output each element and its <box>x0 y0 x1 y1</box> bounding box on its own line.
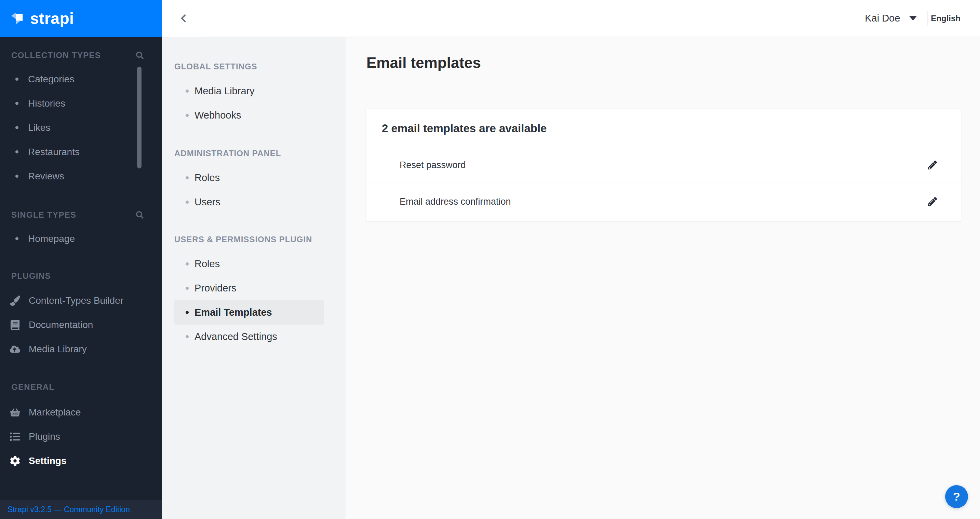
gear-icon <box>10 456 21 467</box>
question-mark-icon: ? <box>953 490 960 503</box>
bullet-icon <box>15 102 19 105</box>
single-types-title: SINGLE TYPES <box>11 211 76 219</box>
sidebar-item-label: Content-Types Builder <box>29 295 123 306</box>
subnav-item-email-templates[interactable]: Email Templates <box>174 300 324 325</box>
template-label: Email address confirmation <box>399 197 511 207</box>
subnav-item-label: Email Templates <box>194 307 272 318</box>
sidebar-item-documentation[interactable]: Documentation <box>0 313 162 337</box>
strapi-logo-icon <box>10 11 25 25</box>
book-icon <box>10 319 21 330</box>
plugins-title: PLUGINS <box>11 272 51 280</box>
bullet-icon <box>186 262 189 265</box>
sidebar-item-label: Likes <box>28 122 50 133</box>
general-header: GENERAL <box>0 383 162 391</box>
back-button[interactable] <box>162 0 205 37</box>
template-row-email-confirmation[interactable]: Email address confirmation <box>366 183 961 221</box>
template-rows: Reset password Email address confirmatio… <box>366 148 961 221</box>
sidebar-item-content-types-builder[interactable]: Content-Types Builder <box>0 288 162 313</box>
subnav-item-label: Webhooks <box>194 110 241 121</box>
edit-email-confirmation-button[interactable] <box>928 197 938 207</box>
sidebar-item-label: Restaurants <box>28 147 80 157</box>
bullet-icon <box>15 78 19 81</box>
bullet-icon <box>186 287 189 290</box>
users-permissions-list: Roles Providers Email Templates Advanced… <box>162 252 345 349</box>
administration-panel-header: ADMINISTRATION PANEL <box>174 149 324 157</box>
subnav-item-label: Roles <box>194 258 220 270</box>
sidebar-item-label: Histories <box>28 98 65 109</box>
bullet-icon <box>186 335 189 338</box>
administration-panel-list: Roles Users <box>162 166 345 214</box>
topbar-right: Kai Doe English <box>865 11 980 26</box>
bullet-icon <box>186 114 189 117</box>
language-button[interactable]: English <box>928 14 961 23</box>
settings-subnav: GLOBAL SETTINGS Media Library Webhooks A… <box>162 37 345 519</box>
topbar: Kai Doe English <box>162 0 980 37</box>
sidebar-item-homepage[interactable]: Homepage <box>0 227 162 251</box>
collection-types-header: COLLECTION TYPES <box>0 51 162 59</box>
sidebar-item-plugins[interactable]: Plugins <box>0 424 162 449</box>
search-icon[interactable] <box>136 211 143 219</box>
version-link[interactable]: Strapi v3.2.5 — Community Edition <box>8 505 130 514</box>
sidebar-item-label: Media Library <box>29 344 87 355</box>
subnav-item-label: Media Library <box>194 86 255 97</box>
sidebar-item-label: Documentation <box>29 319 93 330</box>
single-types-header: SINGLE TYPES <box>0 211 162 219</box>
shopping-basket-icon <box>10 407 21 418</box>
edit-reset-password-button[interactable] <box>928 160 938 170</box>
strapi-logo-text: strapi <box>30 9 74 28</box>
sidebar-scrollbar[interactable] <box>137 67 142 168</box>
list-icon <box>10 431 21 442</box>
global-settings-header: GLOBAL SETTINGS <box>174 62 324 71</box>
template-row-reset-password[interactable]: Reset password <box>366 148 961 182</box>
sidebar-item-marketplace[interactable]: Marketplace <box>0 400 162 424</box>
page-title: Email templates <box>366 54 980 72</box>
users-permissions-header: USERS & PERMISSIONS PLUGIN <box>174 235 324 244</box>
main-content: Email templates 2 email templates are av… <box>345 37 980 519</box>
subnav-item-up-roles[interactable]: Roles <box>174 252 324 276</box>
subnav-item-advanced-settings[interactable]: Advanced Settings <box>174 325 324 349</box>
main-sidebar: strapi COLLECTION TYPES Categories Histo… <box>0 0 162 519</box>
sidebar-item-media-library[interactable]: Media Library <box>0 337 162 361</box>
subnav-item-admin-users[interactable]: Users <box>174 190 324 214</box>
template-label: Reset password <box>399 160 466 170</box>
search-icon[interactable] <box>136 52 143 59</box>
user-name: Kai Doe <box>865 13 900 24</box>
subnav-item-webhooks[interactable]: Webhooks <box>174 103 324 127</box>
general-list: Marketplace Plugins Settings <box>0 400 162 473</box>
bullet-icon <box>186 89 189 93</box>
subnav-item-label: Users <box>194 197 221 208</box>
pencil-icon <box>928 160 937 170</box>
help-button[interactable]: ? <box>945 485 968 508</box>
subnav-item-admin-roles[interactable]: Roles <box>174 166 324 190</box>
subnav-item-providers[interactable]: Providers <box>174 276 324 300</box>
subnav-item-media-library[interactable]: Media Library <box>174 79 324 103</box>
bullet-icon <box>15 150 19 153</box>
bullet-icon <box>186 200 189 204</box>
plugins-header: PLUGINS <box>0 272 162 280</box>
sidebar-item-label: Settings <box>29 456 66 467</box>
sidebar-item-label: Categories <box>28 74 74 85</box>
plugins-list: Content-Types Builder Documentation Medi… <box>0 288 162 361</box>
strapi-logo[interactable]: strapi <box>0 0 162 37</box>
chevron-left-icon <box>179 14 188 23</box>
sidebar-item-label: Marketplace <box>29 407 81 418</box>
single-types-list: Homepage <box>0 227 162 251</box>
subnav-item-label: Roles <box>194 172 220 184</box>
bullet-icon <box>186 176 189 179</box>
sidebar-item-label: Reviews <box>28 171 64 182</box>
sidebar-item-settings[interactable]: Settings <box>0 449 162 473</box>
user-menu[interactable]: Kai Doe <box>865 13 917 24</box>
bullet-icon <box>186 311 189 314</box>
pencil-icon <box>928 197 937 206</box>
cloud-upload-icon <box>10 344 21 355</box>
sidebar-item-label: Homepage <box>28 233 75 244</box>
caret-down-icon <box>909 16 917 21</box>
general-title: GENERAL <box>11 383 54 391</box>
paint-brush-icon <box>10 295 21 306</box>
subnav-item-label: Providers <box>194 283 237 294</box>
email-templates-card: 2 email templates are available Reset pa… <box>366 109 961 221</box>
global-settings-list: Media Library Webhooks <box>162 79 345 127</box>
sidebar-footer: Strapi v3.2.5 — Community Edition <box>0 500 162 519</box>
bullet-icon <box>15 126 19 129</box>
card-title: 2 email templates are available <box>366 109 961 148</box>
